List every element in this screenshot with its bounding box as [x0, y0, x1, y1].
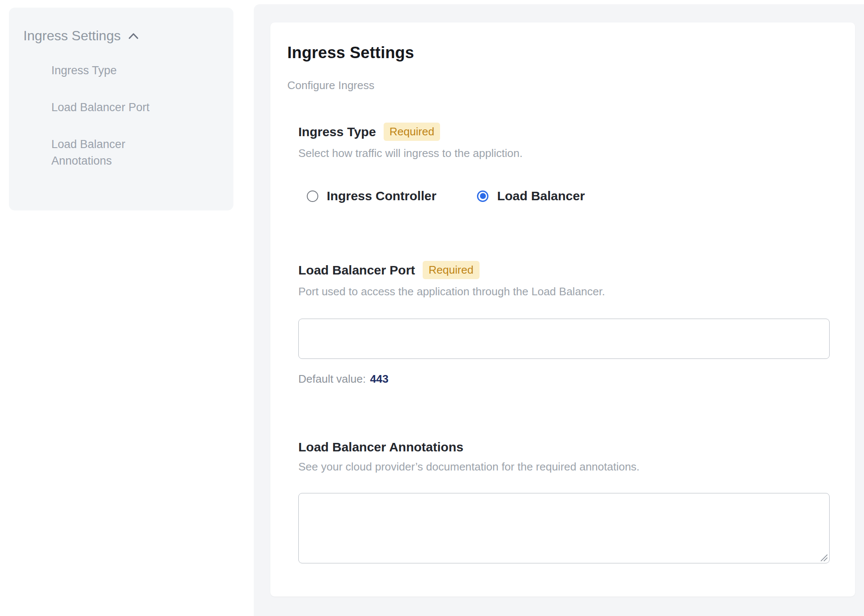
ingress-type-radio-group: Ingress Controller Load Balancer: [307, 189, 835, 203]
ingress-type-description: Select how traffic will ingress to the a…: [298, 147, 835, 160]
sidebar-item-list: Ingress Type Load Balancer Port Load Bal…: [51, 62, 219, 170]
radio-label-ingress-controller: Ingress Controller: [327, 189, 436, 203]
lb-port-required-badge: Required: [423, 261, 480, 279]
ingress-type-required-badge: Required: [384, 123, 440, 141]
page-subtitle: Configure Ingress: [287, 79, 835, 92]
section-load-balancer-port: Load Balancer Port Required Port used to…: [298, 261, 835, 386]
radio-ingress-controller[interactable]: [307, 190, 318, 202]
lb-port-description: Port used to access the application thro…: [298, 285, 835, 298]
section-load-balancer-annotations: Load Balancer Annotations See your cloud…: [298, 440, 835, 563]
ingress-type-heading: Ingress Type: [298, 125, 376, 139]
load-balancer-port-input[interactable]: [298, 319, 830, 359]
lb-annotations-textarea-wrap: [298, 493, 830, 563]
radio-label-load-balancer: Load Balancer: [497, 189, 585, 203]
settings-sidebar: Ingress Settings Ingress Type Load Balan…: [9, 8, 233, 210]
lb-port-heading: Load Balancer Port: [298, 263, 415, 277]
chevron-up-icon: [128, 33, 139, 39]
radio-load-balancer[interactable]: [477, 190, 488, 202]
sidebar-item-load-balancer-annotations[interactable]: Load Balancer Annotations: [51, 136, 162, 169]
section-ingress-type: Ingress Type Required Select how traffic…: [298, 123, 835, 203]
lb-annotations-description: See your cloud provider’s documentation …: [298, 460, 835, 473]
load-balancer-annotations-textarea[interactable]: [298, 493, 830, 563]
sidebar-item-ingress-type[interactable]: Ingress Type: [51, 62, 219, 79]
radio-option-load-balancer[interactable]: Load Balancer: [477, 189, 585, 203]
lb-port-default-line: Default value:443: [298, 372, 835, 386]
main-panel: Ingress Settings Configure Ingress Ingre…: [254, 4, 864, 616]
page-title: Ingress Settings: [287, 44, 835, 62]
radio-option-ingress-controller[interactable]: Ingress Controller: [307, 189, 436, 203]
sidebar-section-label: Ingress Settings: [23, 28, 121, 44]
sidebar-section-ingress-settings[interactable]: Ingress Settings: [23, 28, 219, 44]
default-value-label: Default value:: [298, 372, 366, 385]
lb-annotations-heading: Load Balancer Annotations: [298, 440, 463, 454]
sidebar-item-load-balancer-port[interactable]: Load Balancer Port: [51, 99, 219, 116]
ingress-settings-card: Ingress Settings Configure Ingress Ingre…: [270, 22, 855, 596]
default-value: 443: [370, 372, 388, 385]
